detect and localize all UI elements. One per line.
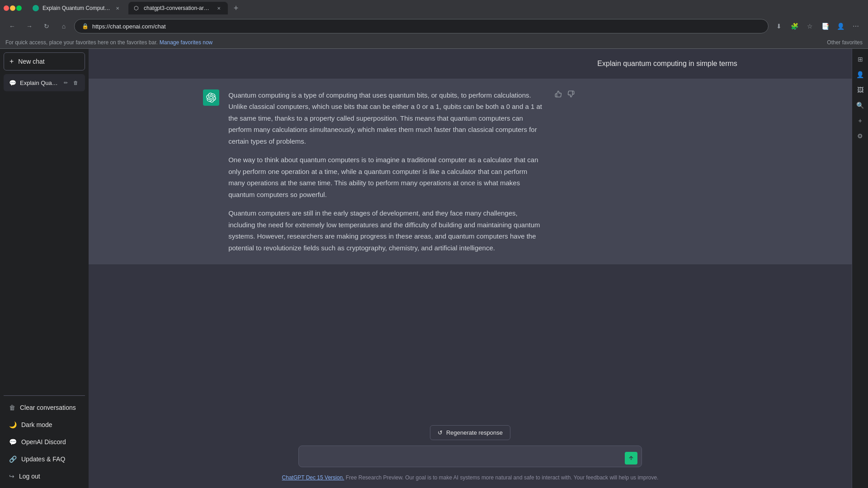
extensions-button[interactable]: 🧩 [788,19,801,33]
nav-bar: ← → ↻ ⌂ 🔒 https://chat.openai.com/chat ⬇… [0,16,868,36]
address-bar[interactable]: 🔒 https://chat.openai.com/chat [74,19,769,33]
thumbs-up-button[interactable] [554,89,563,99]
tab-label-2: chatgpt3-conversation-archive/... [144,5,212,11]
forward-button[interactable]: → [23,19,36,33]
user-message-text: Explain quantum computing in simple term… [597,60,737,67]
user-message: Explain quantum computing in simple term… [597,58,737,70]
new-chat-label: New chat [18,58,44,65]
reload-button[interactable]: ↻ [40,19,53,33]
downloads-button[interactable]: ⬇ [772,19,786,33]
thumbs-down-button[interactable] [566,89,576,99]
chat-list: 💬 Explain Quantum Comp ✏ 🗑 [4,74,85,395]
manage-favorites-link[interactable]: Manage favorites now [160,39,212,46]
chat-item-label-1: Explain Quantum Comp [20,80,58,86]
plus-icon: + [9,57,14,66]
tab-close-1[interactable]: ✕ [114,5,121,12]
assistant-avatar [203,89,219,106]
logout-icon: ↪ [9,473,14,480]
chat-item-1[interactable]: 💬 Explain Quantum Comp ✏ 🗑 [4,74,85,91]
clear-icon: 🗑 [9,404,15,411]
dark-mode-button[interactable]: 🌙 Dark mode [4,417,85,433]
window-minimize-btn[interactable] [10,5,15,11]
new-chat-button[interactable]: + New chat [4,52,85,70]
right-panel-btn-2[interactable]: 👤 [854,68,867,81]
tab-label-1: Explain Quantum Computing [42,5,110,11]
favorites-bar-text: For quick access, place your favorites h… [5,39,158,46]
assistant-message-wrapper: Quantum computing is a type of computing… [228,89,545,254]
chat-item-actions-1: ✏ 🗑 [61,79,80,87]
new-tab-button[interactable]: + [230,2,242,14]
sidebar-bottom: 🗑 Clear conversations 🌙 Dark mode 💬 Open… [4,395,85,484]
openai-logo [206,93,216,103]
browser-window-controls [4,5,22,11]
regenerate-icon: ↺ [438,429,443,436]
chat-item-icon: 💬 [9,80,16,86]
discord-button[interactable]: 💬 OpenAI Discord [4,434,85,450]
assistant-message-content: Quantum computing is a type of computing… [228,89,545,254]
assistant-paragraph-3: Quantum computers are still in the early… [228,207,545,253]
browser-chrome: Explain Quantum Computing ✕ ⬡ chatgpt3-c… [0,0,868,49]
assistant-message-container: Quantum computing is a type of computing… [89,79,852,265]
chat-area: Explain quantum computing in simple term… [89,49,852,418]
discord-label: OpenAI Discord [21,438,66,446]
browser-tab-1[interactable]: Explain Quantum Computing ✕ [27,2,127,14]
logout-label: Log out [19,473,40,480]
settings-button[interactable]: ⋯ [849,19,863,33]
app-container: + New chat 💬 Explain Quantum Comp ✏ 🗑 🗑 … [0,49,868,488]
message-actions [554,89,576,99]
tab-close-2[interactable]: ✕ [215,5,222,12]
footer-link[interactable]: ChatGPT Dec 15 Version. [282,474,344,481]
right-panel-btn-6[interactable]: ⚙ [854,129,867,143]
window-close-btn[interactable] [4,5,9,11]
edit-chat-button[interactable]: ✏ [61,79,70,87]
tab-favicon-2: ⬡ [134,5,140,11]
clear-conversations-button[interactable]: 🗑 Clear conversations [4,399,85,416]
assistant-paragraph-1: Quantum computing is a type of computing… [228,89,545,147]
collections-button[interactable]: 📑 [818,19,832,33]
right-panel: ⊞ 👤 🖼 🔍 + ⚙ [852,49,868,488]
regenerate-response-button[interactable]: ↺ Regenerate response [430,425,510,440]
favorites-button[interactable]: ☆ [803,19,816,33]
footer-description: Free Research Preview. Our goal is to ma… [346,474,659,481]
right-panel-btn-1[interactable]: ⊞ [854,52,867,66]
main-content: Explain quantum computing in simple term… [89,49,852,488]
input-area: ↺ Regenerate response ChatGPT Dec 15 Ver… [89,418,852,488]
user-message-container: Explain quantum computing in simple term… [89,49,852,79]
dark-mode-icon: 🌙 [9,421,17,428]
tab-favicon-1 [33,5,39,11]
right-panel-btn-3[interactable]: 🖼 [854,83,867,97]
footer-text: ChatGPT Dec 15 Version. Free Research Pr… [282,474,659,481]
assistant-paragraph-2: One way to think about quantum computers… [228,154,545,200]
updates-label: Updates & FAQ [21,455,65,463]
back-button[interactable]: ← [5,19,19,33]
input-box-container [298,446,642,469]
window-maximize-btn[interactable] [16,5,22,11]
other-favorites-text: Other favorites [827,39,863,46]
updates-icon: 🔗 [9,455,17,463]
right-panel-btn-5[interactable]: + [854,114,867,127]
delete-chat-button[interactable]: 🗑 [71,79,80,87]
address-text: https://chat.openai.com/chat [92,23,166,30]
updates-faq-button[interactable]: 🔗 Updates & FAQ [4,451,85,467]
favorites-bar: For quick access, place your favorites h… [0,36,868,49]
discord-icon: 💬 [9,438,17,446]
tab-bar: Explain Quantum Computing ✕ ⬡ chatgpt3-c… [0,0,868,16]
clear-conversations-label: Clear conversations [20,404,76,411]
nav-actions: ⬇ 🧩 ☆ 📑 👤 ⋯ [772,19,863,33]
home-button[interactable]: ⌂ [57,19,71,33]
logout-button[interactable]: ↪ Log out [4,468,85,484]
sidebar: + New chat 💬 Explain Quantum Comp ✏ 🗑 🗑 … [0,49,89,488]
right-panel-btn-4[interactable]: 🔍 [854,99,867,112]
regenerate-label: Regenerate response [446,429,503,436]
send-button[interactable] [625,452,637,465]
dark-mode-label: Dark mode [21,421,52,428]
chat-input[interactable] [298,446,642,467]
browser-tab-2[interactable]: ⬡ chatgpt3-conversation-archive/... ✕ [128,2,228,14]
profile-button[interactable]: 👤 [834,19,847,33]
